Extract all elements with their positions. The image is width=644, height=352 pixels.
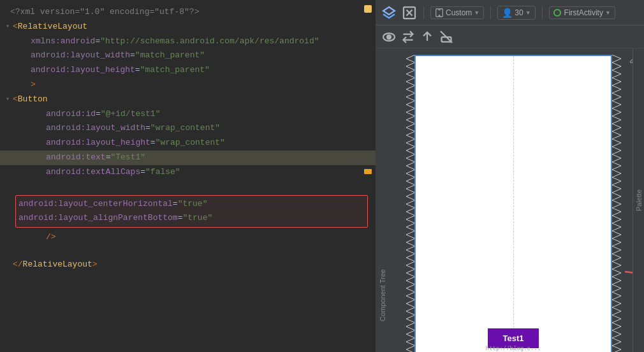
component-tree-label: Component Tree — [376, 250, 389, 326]
code-blank-1 — [0, 180, 376, 193]
fold-icon: ▾ — [3, 22, 13, 32]
selection-box: android:layout_centerHorizontal="true" a… — [0, 195, 376, 228]
eye-icon[interactable] — [381, 29, 397, 45]
phone-preview: Test1 http://blog.c... — [414, 55, 612, 352]
up-icon[interactable] — [420, 29, 435, 45]
code-line-center: android:layout_centerHorizontal="true" — [18, 197, 365, 212]
no-signal-icon[interactable] — [439, 29, 454, 45]
toolbar-row2 — [376, 26, 644, 48]
activity-dropdown[interactable]: FirstActivity ▼ — [549, 6, 615, 19]
palette-label: Palette — [635, 189, 643, 211]
code-blank-2 — [0, 245, 376, 258]
device-dropdown[interactable]: Custom ▼ — [430, 6, 484, 19]
device-dropdown-arrow: ▼ — [474, 10, 479, 16]
zigzag-right — [612, 55, 621, 352]
selection-border: android:layout_centerHorizontal="true" a… — [15, 195, 368, 228]
code-line-bottom: android:layout_alignParentBottom="true" — [18, 211, 365, 226]
svg-point-8 — [387, 35, 391, 39]
svg-marker-0 — [383, 7, 395, 15]
code-line-lh: android:layout_height="match_parent" — [0, 63, 376, 78]
layers-icon[interactable] — [381, 5, 397, 20]
code-panel: <?xml version="1.0" encoding="utf-8"?> ▾… — [0, 0, 376, 352]
code-line-button: ▾ <Button — [0, 92, 376, 107]
swap-icon[interactable] — [400, 29, 416, 45]
code-line-selfclose: /> — [0, 230, 376, 245]
toolbar-row1: Custom ▼ 👤 30 ▼ FirstActivity ▼ — [376, 0, 644, 26]
fold-icon-button: ▾ — [3, 94, 13, 105]
code-line-lw: android:layout_width="match_parent" — [0, 48, 376, 63]
main-container: <?xml version="1.0" encoding="utf-8"?> ▾… — [0, 0, 644, 352]
code-line-text: android:text="Test1" — [0, 150, 376, 165]
code-line-prolog: <?xml version="1.0" encoding="utf-8"?> — [0, 5, 376, 20]
code-line-id: android:id="@+id/test1" — [0, 107, 376, 122]
right-panel: Custom ▼ 👤 30 ▼ FirstActivity ▼ — [376, 0, 644, 352]
activity-dropdown-arrow: ▼ — [605, 10, 611, 16]
code-line-textallcaps: android:textAllCaps="false" — [0, 165, 376, 180]
blog-watermark: http://blog.c... — [416, 346, 611, 352]
preview-area: Component Tree Test1 http://blog.c... — [376, 48, 644, 352]
orange-marker — [364, 169, 372, 174]
code-line-close-relative: </RelativeLayout> — [0, 258, 376, 272]
separator-1 — [423, 6, 424, 19]
activity-label: FirstActivity — [564, 8, 603, 17]
center-guide — [513, 56, 514, 352]
yellow-marker — [364, 5, 372, 13]
device-label: Custom — [446, 8, 472, 17]
code-line-gt: > — [0, 78, 376, 92]
code-editor[interactable]: <?xml version="1.0" encoding="utf-8"?> ▾… — [0, 0, 376, 277]
svg-point-6 — [439, 15, 440, 16]
code-line-btn-height: android:layout_height="wrap_content" — [0, 136, 376, 150]
api-person-icon: 👤 — [502, 8, 513, 18]
code-line-btn-width: android:layout_width="wrap_content" — [0, 121, 376, 136]
api-dropdown-arrow: ▼ — [525, 10, 531, 16]
design-icon[interactable] — [402, 5, 417, 20]
phone-screen: Test1 http://blog.c... — [416, 56, 611, 352]
separator-2 — [490, 6, 491, 19]
separator-3 — [542, 6, 543, 19]
palette-tab[interactable]: Palette — [633, 48, 644, 352]
code-line-open-relative: ▾ <RelativeLayout — [0, 20, 376, 34]
api-dropdown[interactable]: 👤 30 ▼ — [497, 6, 535, 20]
code-line-xmlns: xmlns:android="http://schemas.android.co… — [0, 34, 376, 49]
zigzag-left — [406, 55, 415, 352]
activity-circle-icon — [553, 9, 561, 17]
api-label: 30 — [515, 8, 523, 17]
